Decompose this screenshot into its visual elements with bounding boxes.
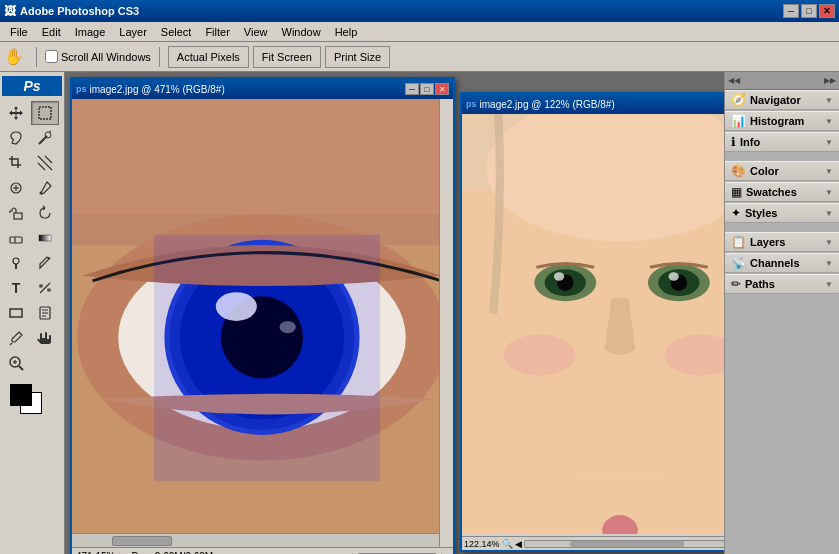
scroll-all-checkbox[interactable]: Scroll All Windows — [45, 50, 151, 63]
swatches-header-left: ▦ Swatches — [731, 185, 797, 199]
eraser-tool[interactable] — [2, 226, 30, 250]
doc-1-hscroll[interactable] — [72, 533, 439, 547]
info-panel-header[interactable]: ℹ Info ▼ — [725, 132, 839, 152]
svg-line-3 — [49, 131, 51, 132]
layers-icon: 📋 — [731, 235, 746, 249]
doc-1-vscroll[interactable] — [439, 99, 453, 551]
lasso-tool[interactable] — [2, 126, 30, 150]
print-size-button[interactable]: Print Size — [325, 46, 390, 68]
actual-pixels-button[interactable]: Actual Pixels — [168, 46, 249, 68]
swatches-arrow: ▼ — [825, 188, 833, 197]
scroll-all-input[interactable] — [45, 50, 58, 63]
dodge-tool[interactable] — [2, 251, 30, 275]
layers-label: Layers — [750, 236, 785, 248]
doc-1-minimize[interactable]: ─ — [405, 83, 419, 95]
minimize-button[interactable]: ─ — [783, 4, 799, 18]
menu-edit[interactable]: Edit — [36, 25, 67, 39]
foreground-color-swatch[interactable] — [10, 384, 32, 406]
doc-1-close[interactable]: ✕ — [435, 83, 449, 95]
selection-tool[interactable] — [31, 101, 59, 125]
eyedropper-tool[interactable] — [2, 326, 30, 350]
tool-row-7 — [2, 251, 62, 275]
styles-panel-header[interactable]: ✦ Styles ▼ — [725, 203, 839, 223]
move-tool[interactable] — [2, 101, 30, 125]
stamp-tool[interactable] — [2, 201, 30, 225]
info-icon: ℹ — [731, 135, 736, 149]
panel-separator-2 — [725, 224, 839, 232]
doc-window-1-status: 471.15% ▶ Doc: 2.60M/2.60M ◀ ▶ — [72, 547, 453, 554]
menu-select[interactable]: Select — [155, 25, 198, 39]
panel-strip-top: ◀◀ ▶▶ — [725, 72, 839, 90]
channels-icon: 📡 — [731, 256, 746, 270]
doc-2-nav-btn[interactable]: 🔍 — [502, 539, 513, 549]
crop-tool[interactable] — [2, 151, 30, 175]
gradient-tool[interactable] — [31, 226, 59, 250]
maximize-button[interactable]: □ — [801, 4, 817, 18]
svg-rect-9 — [10, 237, 22, 243]
doc-2-scroll-left[interactable]: ◀ — [515, 539, 522, 549]
title-bar-left: 🖼 Adobe Photoshop CS3 — [4, 4, 139, 18]
channels-label: Channels — [750, 257, 800, 269]
close-button[interactable]: ✕ — [819, 4, 835, 18]
title-bar: 🖼 Adobe Photoshop CS3 ─ □ ✕ — [0, 0, 839, 22]
color-header-left: 🎨 Color — [731, 164, 779, 178]
toolbox: Ps — [0, 72, 65, 554]
slice-tool[interactable] — [31, 151, 59, 175]
menu-window[interactable]: Window — [276, 25, 327, 39]
healing-tool[interactable] — [2, 176, 30, 200]
type-tool[interactable]: T — [2, 276, 30, 300]
svg-point-48 — [503, 334, 575, 375]
channels-panel-header[interactable]: 📡 Channels ▼ — [725, 253, 839, 273]
menu-help[interactable]: Help — [329, 25, 364, 39]
tool-row-6 — [2, 226, 62, 250]
color-label: Color — [750, 165, 779, 177]
pen-tool[interactable] — [31, 251, 59, 275]
path-select-tool[interactable] — [31, 276, 59, 300]
zoom-tool[interactable] — [2, 351, 30, 375]
channels-header-left: 📡 Channels — [731, 256, 800, 270]
paths-group: ✏ Paths ▼ — [725, 274, 839, 294]
color-panel-header[interactable]: 🎨 Color ▼ — [725, 161, 839, 181]
menu-view[interactable]: View — [238, 25, 274, 39]
notes-tool[interactable] — [31, 301, 59, 325]
doc-2-hscroll[interactable]: 122.14% 🔍 ◀ ▶ — [462, 536, 724, 550]
histogram-panel-header[interactable]: 📊 Histogram ▼ — [725, 111, 839, 131]
svg-point-12 — [13, 258, 19, 264]
svg-rect-11 — [39, 235, 51, 241]
doc-window-1-title: image2.jpg @ 471% (RGB/8#) — [90, 84, 225, 95]
fit-screen-button[interactable]: Fit Screen — [253, 46, 321, 68]
swatches-panel-header[interactable]: ▦ Swatches ▼ — [725, 182, 839, 202]
info-label: Info — [740, 136, 760, 148]
styles-header-left: ✦ Styles — [731, 206, 777, 220]
eye-image — [72, 99, 453, 547]
layers-group: 📋 Layers ▼ — [725, 232, 839, 252]
paths-panel-header[interactable]: ✏ Paths ▼ — [725, 274, 839, 294]
doc-1-maximize[interactable]: □ — [420, 83, 434, 95]
tool-row-5 — [2, 201, 62, 225]
history-tool[interactable] — [31, 201, 59, 225]
histogram-header-left: 📊 Histogram — [731, 114, 804, 128]
styles-arrow: ▼ — [825, 209, 833, 218]
doc-window-2-titlebar[interactable]: ps image2.jpg @ 122% (RGB/8#) ─ □ ✕ — [462, 94, 724, 114]
magic-wand-tool[interactable] — [31, 126, 59, 150]
histogram-arrow: ▼ — [825, 117, 833, 126]
options-bar: ✋ Scroll All Windows Actual Pixels Fit S… — [0, 42, 839, 72]
color-arrow: ▼ — [825, 167, 833, 176]
hand-tool[interactable] — [31, 326, 59, 350]
svg-rect-0 — [39, 107, 51, 119]
layers-panel-header[interactable]: 📋 Layers ▼ — [725, 232, 839, 252]
channels-arrow: ▼ — [825, 259, 833, 268]
tool-row-2 — [2, 126, 62, 150]
brush-tool[interactable] — [31, 176, 59, 200]
menu-filter[interactable]: Filter — [199, 25, 235, 39]
doc-window-1-titlebar[interactable]: ps image2.jpg @ 471% (RGB/8#) ─ □ ✕ — [72, 79, 453, 99]
navigator-panel-header[interactable]: 🧭 Navigator ▼ — [725, 90, 839, 110]
menu-layer[interactable]: Layer — [113, 25, 153, 39]
doc-window-2-title: image2.jpg @ 122% (RGB/8#) — [480, 99, 615, 110]
tool-row-8: T — [2, 276, 62, 300]
menu-file[interactable]: File — [4, 25, 34, 39]
layers-arrow: ▼ — [825, 238, 833, 247]
swatches-group: ▦ Swatches ▼ — [725, 182, 839, 202]
menu-image[interactable]: Image — [69, 25, 112, 39]
shape-tool[interactable] — [2, 301, 30, 325]
